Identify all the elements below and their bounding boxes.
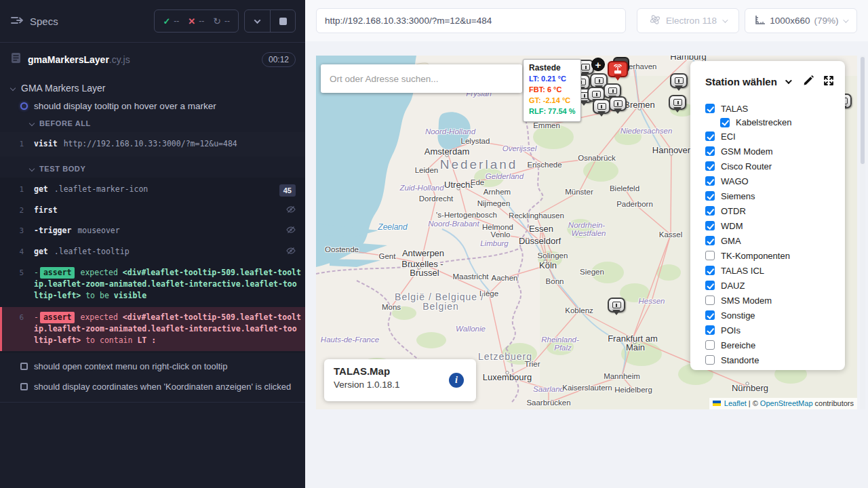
map-marker-red[interactable] [608, 61, 628, 77]
layer-checkbox-row[interactable]: POIs [705, 323, 835, 338]
cabinet-icon [592, 91, 601, 98]
checkbox-checked-icon[interactable] [705, 191, 715, 201]
checkbox-unchecked-icon[interactable] [705, 251, 715, 260]
layer-checkbox-row[interactable]: OTDR [705, 203, 835, 218]
layer-checkbox-row[interactable]: WAGO [705, 174, 835, 188]
command-row[interactable]: 4 get.leaflet-tooltip [0, 242, 305, 262]
layer-checkbox-row[interactable]: TALAS ICL [705, 263, 835, 278]
leaflet-link[interactable]: Leaflet [724, 399, 747, 407]
layer-checkbox-row[interactable]: Siemens [705, 188, 835, 203]
map-marker-pin[interactable] [609, 96, 627, 111]
tooltip-measurement: GT: -2.14 °C [529, 96, 575, 106]
checkbox-checked-icon[interactable] [705, 206, 715, 216]
map-label: Köln [539, 260, 557, 270]
checkbox-checked-icon[interactable] [705, 104, 715, 113]
map-label: Luxembourg [483, 372, 532, 382]
layer-label: POIs [721, 325, 741, 336]
map-marker-pin[interactable] [593, 99, 610, 114]
search-input[interactable] [321, 74, 522, 84]
layer-checkbox-row[interactable]: SMS Modem [705, 293, 835, 308]
app-version: Version 1.0.18.1 [334, 380, 467, 390]
layer-checkbox-row[interactable]: Standorte [705, 352, 835, 367]
checkbox-checked-icon[interactable] [705, 146, 715, 156]
suite-row[interactable]: GMA Markers Layer [11, 83, 305, 94]
checkbox-checked-icon[interactable] [720, 118, 730, 127]
layer-checkbox-row[interactable]: WDM [705, 218, 835, 233]
assert-row-failed[interactable]: 6 -assertexpected <div#leaflet-tooltip-5… [0, 307, 305, 352]
marker-tooltip[interactable]: Rastede LT: 0.21 °CFBT: 6 °CGT: -2.14 °C… [523, 59, 581, 122]
layer-checkbox-row[interactable]: ECI [705, 129, 835, 144]
cabinet-icon [581, 64, 590, 70]
info-icon[interactable]: i [449, 373, 464, 388]
spec-file-row[interactable]: gmaMarkersLayer.cy.js 00:12 [0, 44, 305, 75]
layer-checkbox-row[interactable]: TK-Komponenten [705, 248, 835, 263]
layer-label: OTDR [721, 206, 746, 216]
edit-pencil-icon[interactable] [803, 75, 814, 89]
checkbox-unchecked-icon[interactable] [705, 296, 715, 305]
expand-icon[interactable] [823, 75, 834, 89]
command-row[interactable]: 1 get.leaflet-marker-icon 45 [0, 180, 305, 201]
checkbox-unchecked-icon[interactable] [705, 355, 715, 365]
checkbox-checked-icon[interactable] [705, 266, 715, 275]
map-about-card: TALAS.Map Version 1.0.18.1 i [324, 359, 476, 401]
command-row-visit[interactable]: 1 visithttp://192.168.10.33:3000/?m=12&u… [0, 134, 305, 155]
pending-test-row[interactable]: should open context menu on right-click … [20, 361, 305, 371]
map-marker-plus[interactable]: + [591, 58, 605, 71]
browser-selector[interactable]: Electron 118 [637, 8, 738, 33]
assert-row-passed[interactable]: 5 -assertexpected <div#leaflet-tooltip-5… [0, 262, 305, 307]
command-row[interactable]: 3 -triggermouseover [0, 221, 305, 241]
checkbox-checked-icon[interactable] [705, 281, 715, 290]
layer-checkbox-row[interactable]: TALAS [705, 101, 835, 116]
map-label: Bielefeld [610, 184, 639, 192]
checkbox-checked-icon[interactable] [705, 161, 715, 171]
specs-menu-icon[interactable] [11, 16, 23, 27]
layer-label: TK-Komponenten [721, 251, 790, 261]
checkbox-unchecked-icon[interactable] [705, 340, 715, 350]
command-row[interactable]: 2 first [0, 201, 305, 221]
checkbox-checked-icon[interactable] [705, 221, 715, 230]
checkbox-checked-icon[interactable] [705, 236, 715, 245]
layer-checkbox-row[interactable]: DAUZ [705, 278, 835, 293]
checkbox-checked-icon[interactable] [705, 325, 715, 335]
layer-checkbox-row[interactable]: GMA [705, 233, 835, 248]
map-label: Leiden [415, 166, 439, 174]
map-label: Oostende [325, 245, 359, 253]
leaflet-map[interactable]: HamburgBremerhavenBremenEmmenNiedersachs… [316, 56, 857, 409]
checkbox-checked-icon[interactable] [705, 310, 715, 320]
layer-checkbox-row[interactable]: Bereiche [705, 338, 835, 352]
collapse-button[interactable] [245, 10, 270, 32]
panel-title[interactable]: Station wählen [705, 76, 777, 87]
test-row[interactable]: should display tooltip on hover over a m… [20, 101, 305, 111]
map-marker-pin[interactable] [670, 73, 688, 88]
specs-title: Specs [30, 16, 58, 27]
map-label: Venlo [491, 230, 511, 239]
aut-scrollbar[interactable] [860, 56, 865, 409]
tooltip-title: Rastede [529, 63, 575, 73]
scrollbar-thumb[interactable] [861, 57, 865, 164]
spec-file-icon [11, 52, 21, 66]
layer-checkbox-row[interactable]: Kabelstrecken [720, 116, 835, 129]
osm-link[interactable]: OpenStreetMap [760, 399, 813, 407]
map-label: Kaiserslautern [562, 384, 612, 392]
layer-checkbox-row[interactable]: Sonstige [705, 308, 835, 323]
checkbox-checked-icon[interactable] [705, 176, 715, 186]
layer-checkbox-row[interactable]: GSM Modem [705, 144, 835, 159]
map-label: Nürnberg [732, 383, 768, 393]
layer-label: Cisco Router [721, 161, 772, 171]
eye-slash-icon [286, 205, 296, 217]
viewport-selector[interactable]: 1000x660 (79%) [745, 8, 857, 33]
map-label: Münster [565, 188, 593, 196]
layer-checkbox-row[interactable]: Cisco Router [705, 159, 835, 174]
map-search-control[interactable] [321, 64, 522, 93]
hook-test-body[interactable]: TEST BODY [30, 165, 305, 173]
chevron-down-icon[interactable] [785, 77, 792, 84]
map-marker-pin[interactable] [669, 95, 686, 110]
check-icon: ✓ [163, 16, 170, 26]
hook-before-all[interactable]: BEFORE ALL [30, 119, 305, 127]
stop-button[interactable] [270, 10, 295, 32]
pending-test-row[interactable]: should display coordinates when 'Koordin… [20, 382, 305, 392]
checkbox-checked-icon[interactable] [705, 131, 715, 141]
url-input[interactable] [316, 8, 626, 33]
specs-menu[interactable]: Specs [11, 16, 58, 27]
map-marker-pin[interactable] [608, 298, 625, 312]
